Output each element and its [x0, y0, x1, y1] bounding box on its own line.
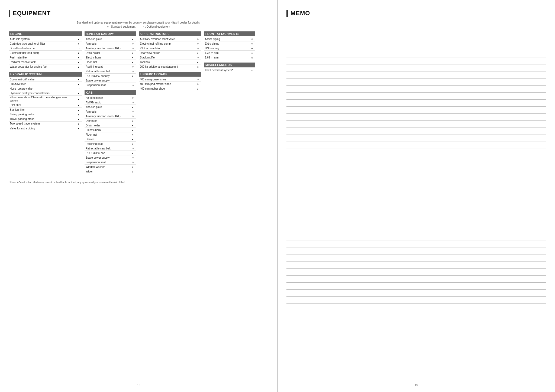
list-item: Electric fuel refilling pump	[139, 41, 201, 46]
list-item: Air conditioner	[85, 96, 136, 100]
list-item: Window washer	[85, 165, 136, 169]
list-item: Fuel main filter	[9, 55, 82, 60]
memo-line[interactable]	[286, 177, 546, 184]
memo-line[interactable]	[286, 290, 546, 297]
list-item: Floor mat	[85, 132, 136, 137]
memo-line[interactable]	[286, 276, 546, 283]
memo-title: MEMO	[286, 10, 546, 17]
memo-line[interactable]	[286, 142, 546, 149]
memo-line[interactable]	[286, 114, 546, 121]
col2: 4-PILLAR CANOPY Anti-slip plate Armrests…	[85, 31, 136, 177]
list-item: Armrests	[85, 41, 136, 46]
legend: ● : Standard equipment ○ : Optional equi…	[9, 25, 269, 28]
memo-line[interactable]	[286, 121, 546, 128]
memo-line[interactable]	[286, 198, 546, 205]
engine-header: ENGINE	[9, 31, 82, 36]
memo-line[interactable]	[286, 43, 546, 50]
page-number-left: 18	[137, 383, 140, 387]
undercarriage-header: UNDERCARRIAGE	[139, 72, 201, 77]
list-item: Tool box	[139, 60, 201, 64]
list-item: Dust-Proof indoor net	[9, 46, 82, 51]
list-item: Travel parking brake	[9, 117, 82, 122]
page-number-right: 19	[415, 383, 418, 387]
list-item: Theft deterrent system*	[204, 68, 255, 73]
list-item: AM/FM radio	[85, 100, 136, 105]
memo-line[interactable]	[286, 283, 546, 290]
list-item: Electric horn	[85, 128, 136, 132]
memo-line[interactable]	[286, 262, 546, 269]
front-attachments-header: FRONT ATTACHMENTS	[204, 31, 255, 36]
list-item: Extra piping	[204, 41, 255, 46]
col3: UPPERSTRUCTURE Auxiliary overload relief…	[139, 31, 201, 94]
list-item: ROPS/OPG cab	[85, 151, 136, 155]
list-item: Radiator reserve tank	[9, 60, 82, 64]
memo-line[interactable]	[286, 269, 546, 276]
memo-line[interactable]	[286, 163, 546, 170]
cab-header: CAB	[85, 90, 136, 95]
list-item: Suspension seat	[85, 83, 136, 87]
right-page: MEMO 19	[278, 0, 555, 392]
list-item: Pilot filter	[9, 103, 82, 108]
list-item: Pilot control shut-off lever with neutra…	[9, 96, 82, 103]
memo-line[interactable]	[286, 107, 546, 114]
list-item: Rear view mirror	[139, 51, 201, 55]
memo-line[interactable]	[286, 86, 546, 93]
memo-line[interactable]	[286, 240, 546, 247]
memo-line[interactable]	[286, 29, 546, 36]
list-item: Full-flow filter	[9, 82, 82, 86]
memo-line[interactable]	[286, 100, 546, 107]
four-pillar-header: 4-PILLAR CANOPY	[85, 31, 136, 36]
memo-line[interactable]	[286, 254, 546, 262]
memo-line[interactable]	[286, 156, 546, 163]
list-item: Hydraulic pilot type control levers	[9, 91, 82, 96]
equipment-grid: ENGINE Auto idle system Cartridge-type e…	[9, 31, 269, 177]
memo-line[interactable]	[286, 191, 546, 198]
memo-line[interactable]	[286, 205, 546, 212]
hydraulic-header: HYDRAULIC SYSTEM	[9, 72, 82, 77]
memo-line[interactable]	[286, 128, 546, 135]
list-item: Reclining seat	[85, 64, 136, 69]
memo-lines	[286, 22, 546, 304]
left-page: EQUIPMENT Standard and optional equipmen…	[0, 0, 278, 392]
memo-line[interactable]	[286, 184, 546, 191]
memo-line[interactable]	[286, 226, 546, 233]
list-item: Suction filter	[9, 108, 82, 112]
hydraulic-section: HYDRAULIC SYSTEM Boom anti-drift valve F…	[9, 72, 82, 131]
list-item: 400 mm grouser shoe	[139, 77, 201, 82]
memo-line[interactable]	[286, 212, 546, 219]
list-item: 1.69 m arm	[204, 55, 255, 60]
list-item: Hose rupture valve	[9, 86, 82, 91]
memo-line[interactable]	[286, 170, 546, 177]
list-item: Auxiliary overload relief valve	[139, 37, 201, 41]
memo-line[interactable]	[286, 64, 546, 71]
memo-line[interactable]	[286, 22, 546, 29]
undercarriage-section: UNDERCARRIAGE 400 mm grouser shoe 400 mm…	[139, 72, 201, 91]
memo-line[interactable]	[286, 135, 546, 142]
memo-line[interactable]	[286, 79, 546, 86]
list-item: Auto idle system	[9, 37, 82, 41]
list-item: Swing parking brake	[9, 112, 82, 117]
legend-optional: ○ : Optional equipment	[143, 25, 170, 28]
subtitle-text: Standard and optional equipment may vary…	[9, 21, 269, 24]
cab-section: CAB Air conditioner AM/FM radio Anti-sli…	[85, 90, 136, 174]
memo-line[interactable]	[286, 93, 546, 100]
memo-line[interactable]	[286, 149, 546, 156]
list-item: 400 mm rubber shoe	[139, 86, 201, 91]
memo-line[interactable]	[286, 71, 546, 79]
list-item: Spare power supply—	[85, 78, 136, 83]
list-item: Stack muffler	[139, 55, 201, 60]
memo-line[interactable]	[286, 233, 546, 240]
list-item: Armrests	[85, 109, 136, 114]
list-item: Two-speed travel system	[9, 122, 82, 126]
list-item: Drink holder	[85, 123, 136, 128]
memo-line[interactable]	[286, 36, 546, 43]
footnote-text: * Hitachi Construction Machinery cannot …	[9, 181, 269, 184]
list-item: Electrical fuel feed pump	[9, 51, 82, 55]
list-item: Wiper	[85, 169, 136, 174]
memo-line[interactable]	[286, 247, 546, 254]
memo-line[interactable]	[286, 297, 546, 304]
memo-line[interactable]	[286, 50, 546, 57]
list-item: ROPS/OPG canopy	[85, 74, 136, 78]
memo-line[interactable]	[286, 219, 546, 226]
memo-line[interactable]	[286, 57, 546, 64]
